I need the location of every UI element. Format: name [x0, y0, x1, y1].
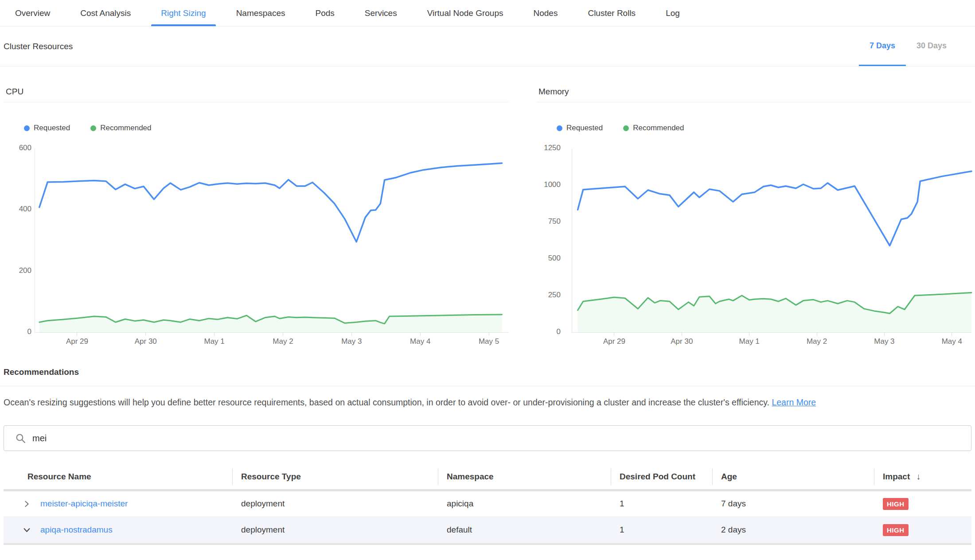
x-axis-label: May 4 — [932, 337, 972, 346]
age-cell: 7 days — [712, 490, 874, 517]
legend-dot-icon — [557, 125, 562, 131]
sort-desc-icon[interactable]: ↓ — [916, 471, 920, 481]
legend-dot-icon — [90, 125, 96, 131]
x-axis-tick — [682, 332, 682, 336]
y-axis-label: 400 — [7, 205, 31, 214]
legend-item-requested[interactable]: Requested — [557, 124, 603, 132]
legend-item-recommended[interactable]: Recommended — [90, 124, 151, 132]
x-axis-tick — [77, 332, 77, 336]
resource-type-cell: deployment — [232, 490, 438, 517]
resource-name-link[interactable]: meister-apiciqa-meister — [40, 499, 128, 509]
x-axis-tick — [283, 332, 283, 336]
x-axis-label: May 5 — [469, 337, 509, 346]
divider — [0, 386, 975, 386]
recommendations-description-text: Ocean's resizing suggestions will help y… — [4, 397, 769, 407]
table-row: apiqa-nostradamusdeploymentdefault12 day… — [4, 517, 971, 543]
tab-cluster-rolls[interactable]: Cluster Rolls — [573, 0, 651, 26]
cpu-chart-title: CPU — [4, 87, 509, 102]
tab-nodes[interactable]: Nodes — [519, 0, 573, 26]
y-axis-label: 500 — [536, 254, 561, 263]
x-axis-label: May 3 — [332, 337, 371, 346]
x-axis-label: Apr 30 — [662, 337, 702, 346]
x-axis-tick — [145, 332, 146, 336]
requested-line — [578, 171, 971, 246]
resource-name-link[interactable]: apiqa-nostradamus — [40, 525, 113, 535]
legend-label: Recommended — [100, 124, 151, 132]
memory-chart-plot: 025050075010001250Apr 29Apr 30May 1May 2… — [572, 148, 971, 333]
memory-chart-legend: RequestedRecommended — [557, 124, 971, 132]
legend-label: Requested — [566, 124, 603, 132]
x-axis-label: May 3 — [864, 337, 904, 346]
cluster-resources-title: Cluster Resources — [4, 42, 73, 51]
legend-label: Recommended — [633, 124, 684, 132]
recommendations-table: Resource Name Resource Type Namespace De… — [4, 464, 971, 545]
cluster-resources-bar: Cluster Resources 7 Days30 Days — [0, 27, 975, 66]
tab-cost-analysis[interactable]: Cost Analysis — [65, 0, 146, 26]
table-row: meister-apiciqa-meisterdeploymentapiciqa… — [4, 490, 971, 517]
range-tab-30-days[interactable]: 30 Days — [906, 27, 957, 66]
tab-pods[interactable]: Pods — [300, 0, 350, 26]
learn-more-link[interactable]: Learn More — [772, 397, 816, 407]
x-axis-label: May 4 — [400, 337, 440, 346]
tab-services[interactable]: Services — [350, 0, 412, 26]
impact-badge: HIGH — [883, 524, 909, 536]
memory-chart-panel: Memory RequestedRecommended 025050075010… — [536, 66, 971, 333]
cpu-chart-legend: RequestedRecommended — [24, 124, 509, 132]
tab-log[interactable]: Log — [651, 0, 695, 26]
resource-name-cell: apiqa-nostradamus — [12, 525, 232, 535]
resource-name-cell: meister-apiciqa-meister — [12, 499, 232, 509]
divider — [4, 543, 971, 545]
tab-overview[interactable]: Overview — [0, 0, 65, 26]
chevron-down-icon[interactable] — [23, 526, 31, 534]
impact-cell: HIGH — [874, 490, 971, 517]
x-axis-label: May 1 — [195, 337, 234, 346]
x-axis-tick — [817, 332, 817, 336]
x-axis-tick — [614, 332, 614, 336]
legend-item-requested[interactable]: Requested — [24, 124, 70, 132]
tab-right-sizing[interactable]: Right Sizing — [146, 0, 221, 26]
impact-badge: HIGH — [883, 498, 909, 510]
header-resource-type[interactable]: Resource Type — [232, 464, 438, 490]
impact-cell: HIGH — [874, 517, 971, 543]
age-cell: 2 days — [712, 517, 874, 543]
range-tab-7-days[interactable]: 7 Days — [859, 27, 906, 66]
table-header-row: Resource Name Resource Type Namespace De… — [4, 464, 971, 490]
resource-type-cell: deployment — [232, 517, 438, 543]
y-axis-label: 0 — [7, 327, 31, 336]
memory-chart-title: Memory — [536, 87, 971, 102]
y-axis-label: 250 — [536, 291, 561, 299]
y-axis-label: 750 — [536, 217, 561, 226]
y-axis-label: 1000 — [536, 180, 561, 189]
x-axis-tick — [489, 332, 489, 336]
search-icon — [15, 433, 26, 446]
x-axis-label: Apr 30 — [126, 337, 166, 346]
header-impact[interactable]: Impact↓ — [874, 464, 971, 490]
chevron-right-icon[interactable] — [23, 500, 31, 508]
x-axis-label: Apr 29 — [594, 337, 634, 346]
search-input[interactable] — [4, 425, 971, 451]
desired-pod-count-cell: 1 — [611, 517, 712, 543]
tab-bar: OverviewCost AnalysisRight SizingNamespa… — [0, 0, 975, 27]
namespace-cell: apiciqa — [438, 490, 611, 517]
header-impact-label: Impact — [883, 472, 910, 481]
header-namespace[interactable]: Namespace — [438, 464, 611, 490]
y-axis-label: 200 — [7, 266, 31, 275]
tab-namespaces[interactable]: Namespaces — [221, 0, 300, 26]
header-age[interactable]: Age — [712, 464, 874, 490]
x-axis-tick — [749, 332, 749, 336]
y-axis-label: 600 — [7, 144, 31, 152]
legend-label: Requested — [34, 124, 70, 132]
header-desired-pod-count[interactable]: Desired Pod Count — [611, 464, 712, 490]
recommendations-section: Recommendations Ocean's resizing suggest… — [0, 367, 975, 408]
header-resource-name[interactable]: Resource Name — [4, 464, 232, 490]
y-axis-label: 0 — [536, 327, 561, 336]
namespace-cell: default — [438, 517, 611, 543]
recommendations-description: Ocean's resizing suggestions will help y… — [4, 396, 971, 408]
tab-virtual-node-groups[interactable]: Virtual Node Groups — [412, 0, 519, 26]
x-axis-label: May 1 — [729, 337, 769, 346]
x-axis-label: May 2 — [797, 337, 837, 346]
x-axis-label: May 2 — [263, 337, 303, 346]
cpu-chart-canvas — [35, 148, 509, 332]
desired-pod-count-cell: 1 — [611, 490, 712, 517]
legend-item-recommended[interactable]: Recommended — [623, 124, 684, 132]
